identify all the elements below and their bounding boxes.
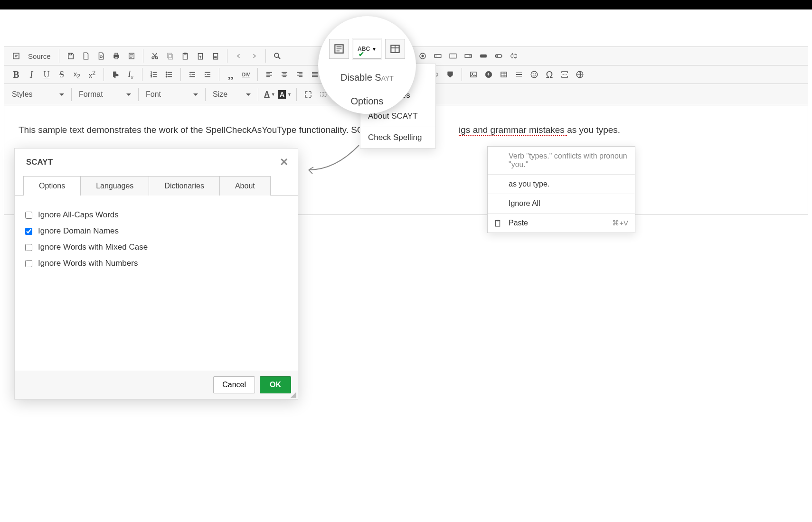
svg-rect-34 bbox=[471, 72, 476, 77]
svg-text:W: W bbox=[214, 56, 217, 59]
svg-point-20 bbox=[421, 55, 424, 57]
pagebreak-icon[interactable] bbox=[557, 67, 572, 82]
option-mixedcase[interactable]: Ignore Words with Mixed Case bbox=[25, 239, 287, 255]
save-icon[interactable] bbox=[64, 49, 78, 63]
svg-point-38 bbox=[531, 71, 538, 78]
paste-menuitem[interactable]: Paste ⌘+V bbox=[488, 214, 635, 233]
cancel-button[interactable]: Cancel bbox=[213, 376, 255, 393]
bold-button[interactable]: B bbox=[9, 67, 23, 82]
styles-combo[interactable]: Styles bbox=[7, 86, 69, 103]
tab-languages[interactable]: Languages bbox=[80, 176, 149, 196]
button-tool-icon[interactable] bbox=[476, 49, 491, 63]
form-icon[interactable] bbox=[329, 39, 349, 59]
print-icon[interactable] bbox=[109, 49, 123, 63]
table-icon-zoom[interactable] bbox=[385, 39, 405, 59]
align-left-icon[interactable] bbox=[262, 67, 276, 82]
scayt-dialog: SCAYT ✕ Options Languages Dictionaries A… bbox=[14, 148, 298, 400]
font-combo[interactable]: Font bbox=[141, 86, 203, 103]
underline-button[interactable]: U bbox=[39, 67, 54, 82]
redo-icon[interactable] bbox=[247, 49, 261, 63]
dialog-title: SCAYT bbox=[26, 158, 53, 167]
creatediv-icon[interactable]: DIV bbox=[239, 67, 253, 82]
hr-icon[interactable] bbox=[512, 67, 526, 82]
removeformat-icon[interactable]: Ix bbox=[123, 67, 138, 82]
maximize-icon[interactable] bbox=[301, 87, 315, 102]
radio-tool-icon[interactable] bbox=[415, 49, 430, 63]
close-icon[interactable]: ✕ bbox=[280, 156, 288, 168]
svg-rect-47 bbox=[497, 220, 499, 221]
preview-icon[interactable] bbox=[94, 49, 108, 63]
svg-rect-46 bbox=[496, 221, 500, 226]
undo-icon[interactable] bbox=[232, 49, 246, 63]
zoom-callout: ABC✔▼ Disable SAYT Options bbox=[318, 16, 416, 114]
ignore-all[interactable]: Ignore All bbox=[488, 194, 635, 214]
textarea-tool-icon[interactable] bbox=[446, 49, 460, 63]
option-allcaps[interactable]: Ignore All-Caps Words bbox=[25, 207, 287, 223]
imagebutton-tool-icon[interactable] bbox=[491, 49, 506, 63]
source-button[interactable]: Source bbox=[24, 49, 55, 63]
svg-rect-37 bbox=[501, 72, 507, 77]
tab-options[interactable]: Options bbox=[23, 176, 81, 196]
table-icon[interactable] bbox=[497, 67, 511, 82]
strike-button[interactable]: S bbox=[55, 67, 69, 82]
copyformat-icon[interactable] bbox=[108, 67, 123, 82]
size-combo[interactable]: Size bbox=[208, 86, 255, 103]
scayt-menu-checkspelling[interactable]: Check Spelling bbox=[360, 127, 435, 148]
superscript-button[interactable]: x2 bbox=[85, 67, 99, 82]
find-icon[interactable] bbox=[270, 49, 284, 63]
svg-point-39 bbox=[533, 74, 534, 75]
copy-icon[interactable] bbox=[163, 49, 177, 63]
textfield-tool-icon[interactable] bbox=[431, 49, 445, 63]
blockquote-icon[interactable]: ,, bbox=[224, 67, 238, 82]
paste-icon[interactable] bbox=[178, 49, 192, 63]
iframe-icon[interactable] bbox=[573, 67, 587, 82]
svg-rect-21 bbox=[434, 55, 441, 57]
svg-point-2 bbox=[100, 56, 102, 58]
callout-arrow bbox=[302, 141, 364, 179]
bulletlist-icon[interactable] bbox=[162, 67, 176, 82]
anchor-icon[interactable] bbox=[443, 67, 457, 82]
svg-point-32 bbox=[166, 74, 167, 75]
source-icon[interactable] bbox=[9, 49, 23, 63]
scayt-menu-disable[interactable]: Disable SAYT bbox=[318, 66, 416, 89]
tab-dictionaries[interactable]: Dictionaries bbox=[149, 176, 220, 196]
scayt-button[interactable]: ABC✔▼ bbox=[353, 39, 381, 59]
resize-grip[interactable] bbox=[291, 392, 296, 398]
paste-text-icon[interactable]: T bbox=[193, 49, 208, 63]
align-right-icon[interactable] bbox=[293, 67, 307, 82]
option-numbers[interactable]: Ignore Words with Numbers bbox=[25, 255, 287, 271]
new-page-icon[interactable] bbox=[79, 49, 93, 63]
select-tool-icon[interactable] bbox=[461, 49, 475, 63]
subscript-button[interactable]: x2 bbox=[70, 67, 84, 82]
indent-icon[interactable] bbox=[200, 67, 215, 82]
dialog-footer: Cancel OK bbox=[15, 371, 298, 399]
svg-point-17 bbox=[274, 53, 279, 57]
format-combo[interactable]: Format bbox=[74, 86, 136, 103]
svg-point-40 bbox=[535, 74, 536, 75]
smiley-icon[interactable] bbox=[527, 67, 541, 82]
svg-point-33 bbox=[166, 76, 167, 77]
svg-rect-1 bbox=[69, 53, 72, 55]
numberedlist-icon[interactable]: 123 bbox=[147, 67, 161, 82]
option-domain[interactable]: Ignore Domain Names bbox=[25, 223, 287, 239]
svg-text:T: T bbox=[199, 56, 201, 59]
outdent-icon[interactable] bbox=[185, 67, 199, 82]
content-text: igs and grammar mistakes as you types. bbox=[459, 125, 620, 135]
italic-button[interactable]: I bbox=[24, 67, 38, 82]
bgcolor-icon[interactable]: A▼ bbox=[278, 87, 292, 102]
svg-rect-42 bbox=[321, 93, 323, 97]
image-icon[interactable] bbox=[466, 67, 481, 82]
templates-icon[interactable] bbox=[124, 49, 139, 63]
flash-icon[interactable] bbox=[482, 67, 496, 82]
hiddenfield-tool-icon[interactable] bbox=[507, 49, 521, 63]
grammar-context-menu: Verb "types." conflicts with pronoun "yo… bbox=[487, 146, 635, 233]
grammar-suggestion[interactable]: as you type. bbox=[488, 175, 635, 194]
cut-icon[interactable] bbox=[148, 49, 162, 63]
textcolor-icon[interactable]: A▼ bbox=[263, 87, 277, 102]
align-center-icon[interactable] bbox=[277, 67, 292, 82]
ok-button[interactable]: OK bbox=[260, 376, 291, 393]
paste-word-icon[interactable]: W bbox=[208, 49, 223, 63]
tab-about[interactable]: About bbox=[219, 176, 271, 196]
specialchar-icon[interactable]: Ω bbox=[542, 67, 557, 82]
svg-rect-5 bbox=[115, 57, 118, 59]
